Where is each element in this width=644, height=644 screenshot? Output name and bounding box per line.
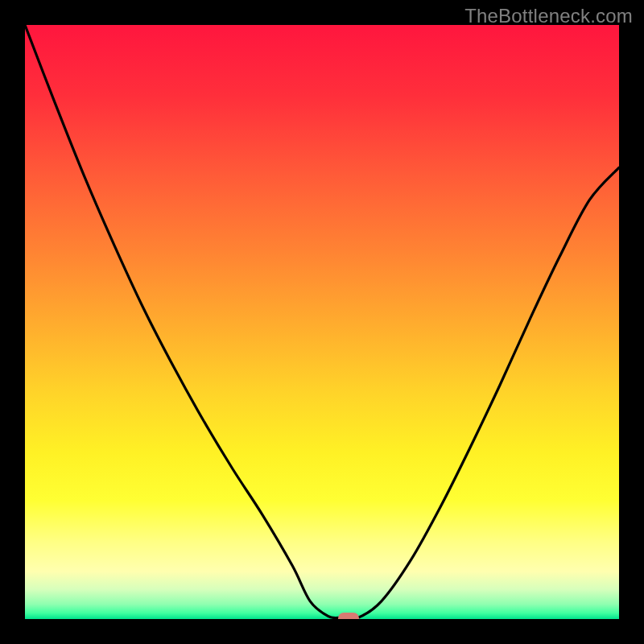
watermark-text: TheBottleneck.com — [464, 5, 633, 27]
bottleneck-curve — [25, 25, 619, 619]
minimum-marker — [338, 613, 359, 619]
chart-frame: TheBottleneck.com — [0, 0, 644, 644]
plot-area — [25, 25, 619, 619]
